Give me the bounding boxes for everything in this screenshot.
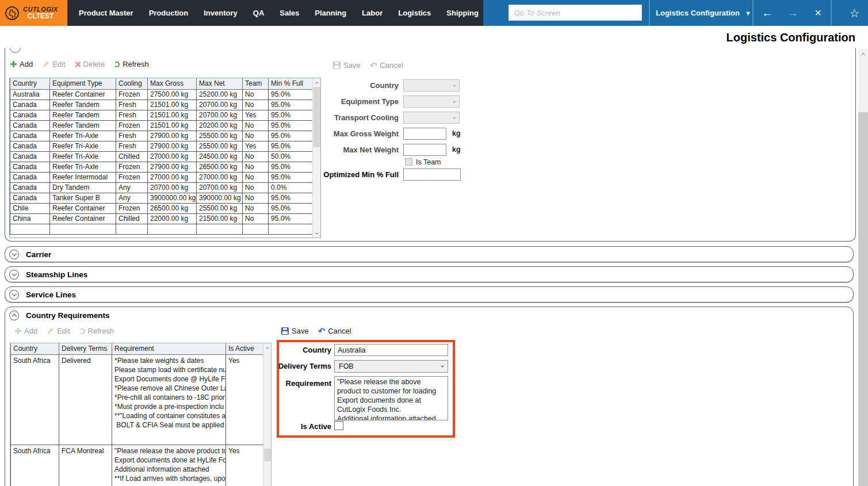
forward-button[interactable]: → (780, 0, 805, 26)
column-header[interactable]: Team (243, 78, 269, 89)
column-header[interactable]: Country (10, 78, 50, 89)
optimized-min-full-input[interactable] (403, 169, 461, 181)
nav-item-planning[interactable]: Planning (315, 9, 346, 17)
go-to-screen-input[interactable] (508, 5, 642, 21)
country-requirements-header[interactable]: Country Requirements (9, 311, 110, 320)
table-row[interactable]: CanadaDry TandemAny20700.00 kg20700.00 k… (10, 182, 313, 193)
grid-header-row: CountryDelivery TermsRequirementIs Activ… (11, 343, 264, 354)
screen-selector-dropdown[interactable]: Logistics Configuration ▼ (656, 0, 751, 26)
scroll-down-arrow-icon[interactable] (313, 229, 321, 238)
add-button[interactable]: Add (10, 60, 33, 68)
nav-item-logistics[interactable]: Logistics (398, 9, 431, 17)
expand-service-icon[interactable] (9, 290, 19, 300)
table-cell: South Africa (11, 354, 59, 445)
edit-button[interactable]: Edit (47, 327, 70, 335)
save-button[interactable]: Save (333, 61, 361, 70)
table-row[interactable]: CanadaReefer TandemFrozen21501.00 kg2020… (10, 120, 313, 131)
is-active-checkbox[interactable] (334, 421, 343, 430)
country-requirements-form-toolbar: Save ↶Cancel (281, 327, 351, 335)
nav-item-production[interactable]: Production (149, 9, 189, 17)
cancel-button[interactable]: ↶Cancel (370, 61, 403, 70)
table-cell (148, 224, 197, 234)
table-row[interactable]: CanadaReefer TandemFresh21501.00 kg20700… (10, 100, 313, 110)
table-cell: "Please release the above product to Exp… (112, 445, 226, 486)
star-icon: ☆ (850, 6, 860, 20)
table-row[interactable]: ChileReefer ContainerFrozen26500.00 kg25… (10, 203, 313, 213)
requirement-textarea[interactable]: "Please release the above product to cus… (334, 376, 448, 420)
nav-item-qa[interactable]: QA (253, 9, 265, 17)
nav-item-inventory[interactable]: Inventory (204, 9, 238, 17)
column-header[interactable]: Cooling (116, 78, 148, 89)
section-service-lines[interactable]: Service Lines (5, 286, 854, 303)
table-row[interactable]: CanadaReefer Tri-AxleFresh27900.00 kg255… (10, 141, 313, 151)
cancel-button[interactable]: ↶Cancel (318, 327, 351, 335)
column-header[interactable]: Max Net (197, 78, 243, 89)
collapse-toggle-icon[interactable] (10, 48, 21, 53)
favorite-button[interactable]: ☆ (841, 0, 868, 26)
country-label: Country (247, 346, 331, 354)
table-row[interactable]: CanadaReefer TandemFresh21501.00 kg20700… (10, 110, 313, 120)
delivery-terms-value: FOB (339, 362, 354, 370)
table-cell: Any (116, 182, 148, 193)
table-row[interactable]: CanadaReefer Tri-AxleFresh27900.00 kg255… (10, 131, 313, 141)
grid-scrollbar-thumb[interactable] (264, 449, 271, 461)
nav-item-shipping[interactable]: Shipping (446, 9, 479, 17)
table-cell: Canada (10, 110, 50, 120)
table-row-partial[interactable] (10, 224, 313, 234)
nav-item-labor[interactable]: Labor (362, 9, 383, 17)
collapse-country-requirements-icon[interactable] (9, 311, 19, 320)
table-row[interactable]: AustraliaReefer ContainerFrozen27500.00 … (10, 89, 313, 100)
transport-cooling-dropdown[interactable] (403, 112, 460, 124)
max-net-weight-input[interactable] (403, 144, 446, 156)
column-header[interactable]: Equipment Type (50, 78, 116, 89)
table-cell: Frozen (116, 172, 148, 182)
is-team-label: Is Team (416, 158, 441, 166)
equipment-type-dropdown[interactable] (403, 95, 460, 108)
table-cell: Reefer Tri-Axle (50, 162, 116, 172)
is-team-checkbox[interactable] (405, 158, 412, 166)
add-button[interactable]: Add (15, 327, 37, 335)
refresh-button[interactable]: Refresh (114, 60, 149, 68)
page-scrollbar[interactable] (858, 49, 868, 486)
column-header[interactable]: Country (11, 343, 59, 354)
close-button[interactable]: × (805, 0, 831, 26)
column-header[interactable]: Delivery Terms (59, 343, 112, 354)
table-cell: 27900.00 kg (148, 131, 197, 141)
table-cell: No (243, 162, 269, 172)
refresh-icon (79, 328, 85, 334)
section-steamship-lines[interactable]: Steamship Lines (5, 266, 854, 282)
plus-icon (10, 61, 17, 67)
nav-item-sales[interactable]: Sales (280, 9, 299, 17)
edit-button[interactable]: Edit (42, 60, 65, 68)
expand-carrier-icon[interactable] (9, 250, 19, 259)
table-cell: Canada (10, 151, 50, 162)
table-row[interactable]: CanadaReefer Tri-AxleChilled27000.00 kg2… (10, 151, 313, 162)
delivery-terms-dropdown[interactable]: FOB (334, 360, 448, 373)
service-lines-label: Service Lines (26, 290, 76, 299)
table-cell: Fresh (116, 110, 148, 120)
brain-logo-icon (5, 6, 20, 21)
refresh-button[interactable]: Refresh (79, 327, 114, 335)
save-button[interactable]: Save (281, 327, 309, 335)
table-row[interactable]: South AfricaDelivered*Please take weight… (11, 354, 264, 445)
app-logo[interactable]: CUTLOGIX CLTEST (0, 0, 67, 26)
section-carrier[interactable]: Carrier (5, 246, 854, 262)
delete-button[interactable]: Delete (75, 60, 105, 68)
country-input[interactable] (334, 344, 448, 356)
country-dropdown[interactable] (403, 79, 460, 91)
table-row[interactable]: CanadaReefer IntermodalFrozen27000.00 kg… (10, 172, 313, 182)
page-scrollbar-thumb[interactable] (858, 112, 868, 486)
table-cell: No (243, 203, 269, 213)
table-row[interactable]: South AfricaFCA Montreal"Please release … (11, 445, 264, 486)
back-button[interactable]: ← (755, 0, 780, 26)
scroll-up-arrow-icon[interactable] (858, 49, 868, 59)
brand-environment: CLTEST (23, 13, 58, 20)
max-gross-weight-input[interactable] (403, 128, 446, 140)
column-header[interactable]: Max Gross (148, 78, 197, 89)
nav-item-product-master[interactable]: Product Master (79, 9, 133, 17)
expand-steamship-icon[interactable] (9, 270, 19, 280)
table-row[interactable]: ChinaReefer ContainerChilled22000.00 kg2… (10, 213, 313, 224)
table-row[interactable]: CanadaReefer Tri-AxleFrozen27900.00 kg26… (10, 162, 313, 172)
table-row[interactable]: CanadaTanker Super BAny3900000.00 kg3900… (10, 193, 313, 203)
column-header[interactable]: Requirement (112, 343, 226, 354)
